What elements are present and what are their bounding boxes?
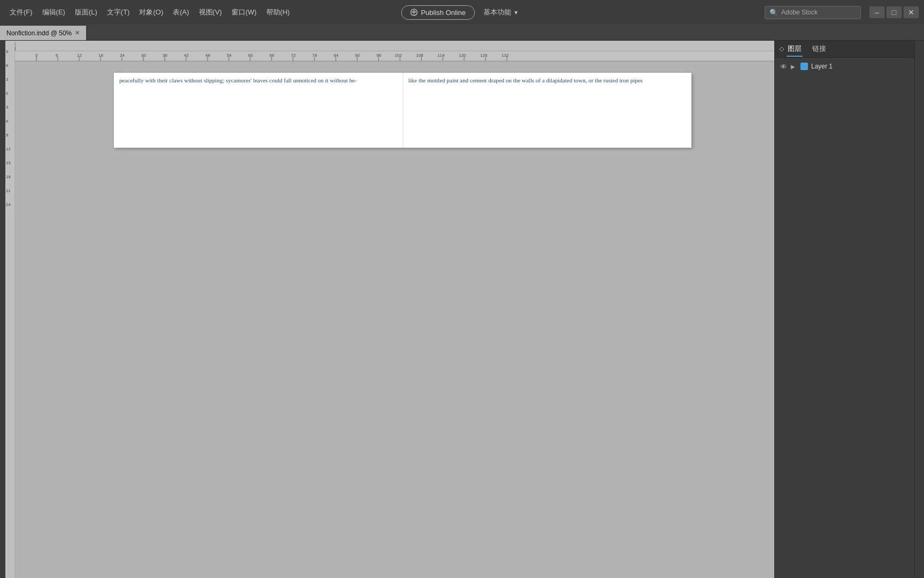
left-toolbar: 9 6 3 0 3 6 9 12 15 18 21 24: [0, 41, 15, 578]
tab-bar: Nonfiction.indd @ 50% ✕: [0, 25, 924, 41]
document-page: peacefully with their claws without slip…: [114, 73, 691, 148]
window-controls: – □ ✕: [869, 6, 919, 18]
svg-text:60: 60: [248, 53, 253, 58]
document-tab[interactable]: Nonfiction.indd @ 50% ✕: [0, 25, 87, 40]
ruler-v-num-9b: 9: [6, 133, 8, 138]
tab-close-button[interactable]: ✕: [75, 29, 80, 36]
canvas-scroll[interactable]: 0 6 12 18 24 30 36 42 48: [15, 51, 774, 578]
layer-item[interactable]: ▶ Layer 1: [775, 60, 924, 73]
menu-bar: 文件(F) 编辑(E) 版面(L) 文字(T) 对象(O) 表(A) 视图(V)…: [5, 5, 294, 19]
svg-text:120: 120: [459, 53, 466, 58]
menu-view[interactable]: 视图(V): [195, 5, 226, 19]
ruler-v-num-21: 21: [6, 188, 11, 193]
ruler-v-num-6: 6: [6, 63, 8, 68]
ruler-v-num-6b: 6: [6, 119, 8, 124]
eye-icon: [780, 63, 787, 70]
maximize-button[interactable]: □: [887, 6, 902, 18]
canvas-wrapper: 0 0 6: [15, 41, 774, 578]
tab-layers[interactable]: 图层: [787, 42, 803, 57]
page-container: peacefully with their claws without slip…: [15, 73, 774, 148]
svg-text:30: 30: [141, 53, 146, 58]
diamond-icon: [779, 47, 784, 52]
svg-text:36: 36: [163, 53, 167, 58]
svg-text:24: 24: [120, 53, 125, 58]
text-column-left: peacefully with their claws without slip…: [114, 73, 403, 148]
menu-layout[interactable]: 版面(L): [71, 5, 102, 19]
main-area: 9 6 3 0 3 6 9 12 15 18 21 24 0: [0, 41, 924, 578]
svg-text:18: 18: [98, 53, 103, 58]
svg-rect-4: [15, 51, 774, 62]
title-bar-center: Publish Online 基本功能 ▼: [401, 5, 523, 20]
title-bar: 文件(F) 编辑(E) 版面(L) 文字(T) 对象(O) 表(A) 视图(V)…: [0, 0, 924, 25]
ruler-horizontal: 0: [15, 41, 774, 51]
svg-text:0: 0: [35, 53, 38, 58]
text-col1-content: peacefully with their claws without slip…: [119, 77, 357, 83]
menu-help[interactable]: 帮助(H): [262, 5, 294, 19]
ruler-v-num-0a: 0: [6, 91, 8, 96]
svg-text:114: 114: [437, 53, 445, 58]
minimize-button[interactable]: –: [869, 6, 884, 18]
ruler-marks-container: [15, 41, 774, 51]
svg-text:6: 6: [56, 53, 58, 58]
ruler-v-num-18: 18: [6, 174, 11, 179]
ruler-v-num-0b: 3: [6, 105, 8, 110]
menu-edit[interactable]: 编辑(E): [38, 5, 70, 19]
panel-icon-strip: [914, 41, 924, 578]
svg-text:42: 42: [184, 53, 189, 58]
publish-online-label: Publish Online: [421, 9, 466, 17]
text-column-right: like the mottled paint and cement draped…: [403, 73, 692, 148]
svg-text:96: 96: [376, 53, 381, 58]
menu-window[interactable]: 窗口(W): [227, 5, 261, 19]
svg-text:102: 102: [395, 53, 402, 58]
publish-icon: [410, 9, 418, 16]
svg-text:78: 78: [312, 53, 317, 58]
svg-marker-52: [780, 47, 784, 51]
right-panel-tabs: 图层 链接: [775, 41, 924, 58]
menu-table[interactable]: 表(A): [168, 5, 193, 19]
ruler-v-num-3: 3: [6, 77, 8, 82]
svg-text:72: 72: [291, 53, 296, 58]
panel-tab-layers-wrapper: 图层: [779, 42, 803, 57]
text-col2-content: like the mottled paint and cement draped…: [409, 77, 643, 83]
ruler-overlay: 0 6 12 18 24 30 36 42 48: [15, 51, 774, 62]
tab-label: Nonfiction.indd @ 50%: [6, 29, 72, 37]
svg-text:126: 126: [480, 53, 488, 58]
workspace-label: 基本功能: [483, 7, 511, 17]
svg-text:108: 108: [416, 53, 424, 58]
ruler-h-content: 0: [15, 41, 774, 51]
adobe-stock-search[interactable]: 🔍 Adobe Stock: [765, 6, 861, 19]
adobe-stock-label: Adobe Stock: [781, 9, 818, 16]
svg-point-54: [782, 65, 784, 67]
layers-panel: ▶ Layer 1: [775, 58, 924, 578]
svg-text:12: 12: [77, 53, 82, 58]
layer-color-indicator: [800, 63, 808, 70]
workspace-dropdown[interactable]: 基本功能 ▼: [479, 5, 523, 19]
svg-text:48: 48: [205, 53, 210, 58]
chevron-down-icon: ▼: [513, 10, 519, 16]
layer-visibility-icon[interactable]: [779, 62, 788, 71]
menu-text[interactable]: 文字(T): [103, 5, 134, 19]
menu-file[interactable]: 文件(F): [5, 5, 37, 19]
svg-text:90: 90: [355, 53, 360, 58]
ruler-v-num-24: 24: [6, 202, 11, 207]
menu-object[interactable]: 对象(O): [135, 5, 167, 19]
layer-expand-icon[interactable]: ▶: [791, 64, 797, 70]
svg-text:54: 54: [227, 53, 232, 58]
svg-text:66: 66: [270, 53, 274, 58]
right-panel: 图层 链接 ▶ Layer 1: [774, 41, 924, 578]
tab-links[interactable]: 链接: [811, 42, 827, 57]
svg-text:132: 132: [502, 53, 509, 58]
ruler-v-num-15: 15: [6, 161, 11, 165]
ruler-v-num-9: 9: [6, 49, 8, 54]
layer-name: Layer 1: [811, 63, 920, 70]
close-button[interactable]: ✕: [904, 6, 919, 18]
ruler-svg: 0 6 12 18 24 30 36 42 48: [15, 51, 774, 62]
publish-online-button[interactable]: Publish Online: [401, 5, 475, 20]
search-icon: 🔍: [769, 9, 778, 17]
ruler-v-num-12: 12: [6, 147, 11, 151]
svg-text:84: 84: [334, 53, 338, 58]
